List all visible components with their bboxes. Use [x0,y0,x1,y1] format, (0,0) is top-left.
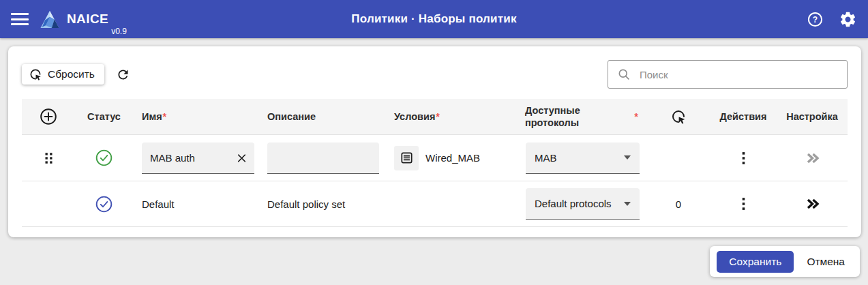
svg-text:?: ? [813,14,818,24]
plus-circle-icon [40,108,57,125]
policy-description-input[interactable] [267,142,379,174]
hits-value: 0 [676,198,681,210]
search-input[interactable] [638,68,838,81]
click-target-icon [670,108,687,125]
protocols-selected-value: Default protocols [535,198,612,209]
reset-label: Сбросить [48,68,95,80]
app-bar: NAICE v0.9 Политики · Наборы политик ? [0,0,868,38]
column-header-actions: Действия [709,111,777,122]
row-actions-menu[interactable] [741,197,746,211]
column-header-name: Имя* [133,111,263,122]
search-icon [617,68,631,81]
column-header-settings: Настройка [777,111,847,122]
list-lines-icon [399,150,415,166]
refresh-button[interactable] [116,68,130,82]
save-button[interactable]: Сохранить [717,251,794,273]
close-icon [235,151,248,164]
required-marker: * [436,111,440,122]
menu-icon[interactable] [11,12,29,26]
open-policy-button[interactable] [805,196,820,211]
column-header-hits [648,108,709,125]
column-header-protocols: Доступные протоколы* [515,104,648,129]
required-marker: * [163,111,167,122]
page-title: Политики · Наборы политик [351,12,516,26]
help-button[interactable]: ? [807,11,824,28]
toolbar: Сбросить [22,46,848,89]
refresh-icon [116,68,130,82]
help-icon: ? [807,11,824,28]
brand-name: NAICE [67,12,108,27]
chevron-down-icon [624,202,631,206]
condition-picker-button[interactable] [394,146,419,170]
column-header-status: Статус [75,111,133,122]
condition-label: Wired_MAB [425,152,480,164]
double-chevron-icon [805,196,820,211]
add-policy-button[interactable] [40,108,57,125]
status-toggle[interactable] [95,196,113,213]
protocols-selected-value: MAB [535,152,557,164]
clear-name-button[interactable] [234,150,250,166]
protocols-select[interactable]: Default protocols [526,188,640,220]
kebab-icon [741,197,746,211]
click-target-icon [29,68,42,81]
footer-action-bar: Сохранить Отмена [710,246,860,277]
drag-handle-icon[interactable] [43,151,55,165]
double-chevron-icon [805,151,820,166]
table-row: Wired_MAB MAB [22,135,848,181]
chevron-down-icon [624,155,631,160]
open-policy-button[interactable] [805,151,820,166]
table-row: Default Default policy set Default proto… [22,181,848,227]
search-box [608,60,848,89]
policy-description-text: Default policy set [267,198,345,210]
column-header-conditions: Условия* [385,111,515,122]
required-marker: * [634,111,638,122]
content-card: Сбросить Статус [8,46,861,237]
reset-hits-button[interactable]: Сбросить [22,64,104,85]
settings-button[interactable] [839,10,857,29]
table-header-row: Статус Имя* Описание Условия* Доступные … [22,99,848,135]
check-circle-blue-icon [95,196,113,213]
row-actions-menu[interactable] [741,151,746,165]
app-logo-icon [39,10,61,29]
status-toggle[interactable] [95,149,113,166]
brand-version: v0.9 [111,27,127,38]
protocols-select[interactable]: MAB [526,142,640,174]
policy-name-text: Default [142,198,175,210]
kebab-icon [741,151,746,165]
gear-icon [839,10,857,29]
cancel-button[interactable]: Отмена [796,256,856,268]
check-circle-green-icon [95,149,113,166]
column-header-description: Описание [263,111,385,122]
